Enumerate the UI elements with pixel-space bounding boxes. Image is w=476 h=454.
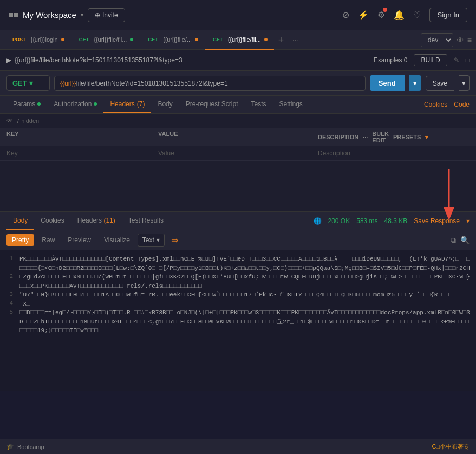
tab-body[interactable]: Body [151, 96, 179, 113]
method-badge: GET [77, 36, 91, 43]
bootcamp-label[interactable]: Bootcamp [17, 444, 44, 450]
build-button[interactable]: BUILD [414, 54, 447, 66]
url-path: ▶ {{url}}file/file/berthNote?id=15018130… [6, 56, 182, 64]
bottom-bar: 🎓 Bootcamp C□小中布著专 [0, 439, 476, 454]
tab-label: Cookies [41, 217, 64, 224]
tab-label: Headers [77, 217, 102, 224]
line-number: 1 [0, 255, 19, 273]
headers-section: 👁 7 hidden KEY VALUE DESCRIPTION ··· Bul… [0, 114, 476, 211]
response-icon: ⇒ [171, 235, 178, 245]
tab-label: Body [13, 217, 28, 224]
code-line-3: 3 "U7"□□H}□!□□□□LH□Z□ □□1A□□0□□w□f□=□rR.… [0, 290, 476, 300]
tab-dot [61, 38, 64, 41]
copy-icon[interactable]: ⧉ [451, 236, 456, 245]
tab-label: Params [13, 100, 35, 108]
hidden-headers-label: 👁 7 hidden [0, 114, 476, 128]
add-tab-button[interactable]: + [274, 30, 289, 50]
tab-get-file2[interactable]: GET {{url}}file/... [140, 30, 205, 50]
tab-pre-request[interactable]: Pre-request Script [179, 96, 245, 113]
format-type-dropdown[interactable]: Text ▾ [138, 234, 165, 247]
presets-chevron[interactable]: ▾ [425, 134, 428, 141]
eye-icon[interactable]: 👁 [6, 117, 13, 125]
tab-label: {{url}}file/fil... [228, 36, 261, 43]
eye-icon[interactable]: 👁 [457, 36, 464, 44]
value-cell[interactable]: Value [158, 150, 318, 157]
env-settings-icon[interactable]: ≡ [467, 36, 472, 44]
response-tabs: Body Cookies Headers (11) Test Results 🌐… [0, 212, 476, 230]
headers-count: (7) [137, 100, 145, 108]
invite-label: Invite [102, 11, 118, 19]
lightning-icon[interactable]: ⚡ [358, 10, 369, 20]
line-content: -X□ [19, 300, 476, 309]
globe-icon: 🌐 [314, 217, 322, 225]
send-button[interactable]: Send [370, 75, 405, 91]
code-line-1: 1 PK□□□□□□□ÂvT□□□□□□□□□□□□[Content_Types… [0, 255, 476, 273]
tab-settings[interactable]: Settings [273, 96, 309, 113]
method-badge: GET [211, 36, 225, 43]
tab-label: Headers [110, 100, 134, 108]
tab-label: Body [158, 100, 172, 108]
save-dropdown-button[interactable]: ▾ [459, 75, 470, 91]
examples-button[interactable]: Examples 0 [374, 56, 408, 64]
fmt-tab-preview[interactable]: Preview [62, 234, 96, 246]
response-size: 48.3 KB [384, 217, 408, 225]
more-tabs-button[interactable]: ··· [288, 36, 302, 44]
tab-label: Test Results [128, 217, 164, 224]
tab-get-file1[interactable]: GET {{url}}file/fil... [71, 30, 140, 50]
tab-label: Authorization [54, 100, 92, 108]
bottom-right: C□小中布著专 [432, 443, 470, 451]
url-input[interactable]: {{url}}file/file/berthNote?id=1501813015… [54, 76, 366, 91]
env-select[interactable]: dev [421, 33, 453, 47]
tab-authorization[interactable]: Authorization [47, 96, 103, 113]
search-icon[interactable]: ⊘ [342, 10, 349, 20]
response-code-area[interactable]: 1 PK□□□□□□□ÂvT□□□□□□□□□□□□[Content_Types… [0, 250, 476, 391]
col-key: KEY [6, 131, 158, 144]
col-description-area: DESCRIPTION ··· Bulk Edit Presets ▾ [318, 131, 426, 144]
code-line-4: 4 -X□ [0, 300, 476, 309]
method-badge: GET [146, 36, 160, 43]
key-cell[interactable]: Key [6, 150, 158, 157]
copy-icon[interactable]: □ [466, 56, 470, 64]
env-selector: dev 👁 ≡ [421, 33, 472, 47]
save-button[interactable]: Save [426, 76, 454, 91]
invite-button[interactable]: ⊕ Invite [88, 8, 125, 22]
workspace-name: My Workspace [23, 10, 76, 20]
tab-post-login[interactable]: POST {{url}}login [4, 30, 71, 50]
line-content: PK□□□□□□□ÂvT□□□□□□□□□□□□[Content_Types].… [19, 255, 476, 273]
save-response-chevron[interactable]: ▾ [466, 217, 470, 225]
line-content: □Zg□d7c□□□□□E□□xS□□□.□/(WB□t□t□□□□□□□|gi… [19, 273, 476, 290]
heart-icon[interactable]: ♡ [413, 10, 421, 20]
send-dropdown-button[interactable]: ▾ [409, 75, 421, 91]
resp-tab-headers[interactable]: Headers (11) [71, 212, 122, 230]
bell-icon[interactable]: 🔔 [394, 10, 405, 20]
description-cell[interactable]: Description [318, 150, 426, 157]
tab-params[interactable]: Params [6, 96, 47, 113]
line-number: 3 [0, 290, 19, 300]
fmt-tab-pretty[interactable]: Pretty [6, 234, 34, 246]
response-time: 583 ms [356, 217, 377, 225]
code-link[interactable]: Code [454, 101, 470, 108]
search-icon[interactable]: 🔍 [460, 236, 470, 245]
resp-tab-test-results[interactable]: Test Results [122, 212, 170, 230]
tab-dot [130, 38, 133, 41]
tab-headers[interactable]: Headers (7) [103, 96, 151, 113]
gear-icon[interactable]: ⚙ [377, 10, 385, 20]
chevron-down-icon[interactable]: ▾ [81, 12, 83, 18]
bulk-edit-button[interactable]: Bulk Edit [372, 131, 389, 144]
bottom-left: 🎓 Bootcamp [6, 443, 44, 450]
presets-button[interactable]: Presets [393, 134, 421, 140]
sign-in-button[interactable]: Sign In [429, 8, 467, 22]
tab-tests[interactable]: Tests [244, 96, 272, 113]
request-tabs: Params Authorization Headers (7) Body Pr… [0, 96, 476, 114]
url-bar-right: Examples 0 BUILD ✎ □ [374, 54, 470, 66]
fmt-tab-raw[interactable]: Raw [36, 234, 60, 246]
cookies-link[interactable]: Cookies [424, 101, 447, 108]
tab-get-file3[interactable]: GET {{url}}file/fil... [205, 30, 274, 50]
save-response-button[interactable]: Save Response [414, 217, 460, 225]
edit-icon[interactable]: ✎ [454, 56, 459, 64]
more-icon[interactable]: ··· [363, 134, 368, 140]
method-select[interactable]: GET ▾ [6, 75, 50, 91]
fmt-tab-visualize[interactable]: Visualize [99, 234, 135, 246]
resp-tab-cookies[interactable]: Cookies [34, 212, 70, 230]
resp-tab-body[interactable]: Body [6, 212, 34, 230]
